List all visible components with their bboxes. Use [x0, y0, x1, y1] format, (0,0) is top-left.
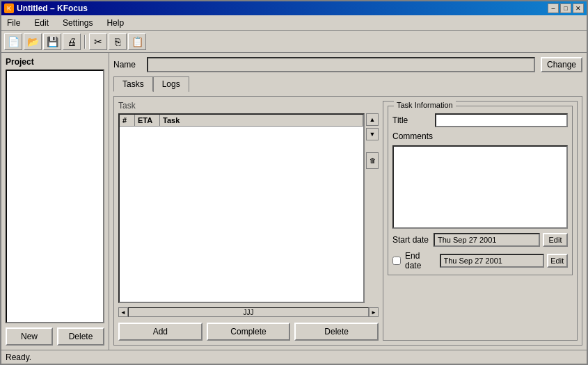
task-info-group: Task Information Title Comments Start da… [388, 106, 573, 275]
task-side-controls: ▲ ▼ 🗑 [366, 113, 379, 303]
window-title: Untitled – KFocus [17, 3, 88, 13]
save-button[interactable]: 💾 [43, 33, 61, 50]
status-text: Ready. [6, 352, 31, 362]
task-table: # ETA Task [118, 113, 365, 303]
menu-bar: File Edit Settings Help [1, 15, 587, 31]
name-label: Name [113, 60, 141, 70]
status-bar: Ready. [1, 350, 587, 364]
project-list[interactable] [6, 70, 104, 323]
print-button[interactable]: 🖨 [63, 33, 81, 50]
sidebar: Project New Delete [1, 53, 109, 350]
hscroll-track[interactable]: JJJ [128, 307, 369, 317]
main-content: Project New Delete Name Change Tasks Log… [1, 53, 587, 350]
scroll-down-button[interactable]: ▼ [366, 128, 379, 140]
maximize-button[interactable]: □ [560, 3, 571, 13]
col-eta: ETA [135, 115, 160, 126]
tab-content: Task # ETA Task ▲ [113, 96, 582, 346]
title-buttons: – □ ✕ [548, 3, 584, 13]
start-date-edit-button[interactable]: Edit [543, 233, 568, 247]
menu-file[interactable]: File [4, 17, 23, 29]
end-date-label: End date [405, 251, 437, 270]
name-row: Name Change [113, 57, 582, 72]
tabs-row: Tasks Logs [113, 76, 582, 92]
title-input[interactable] [435, 113, 568, 127]
add-task-button[interactable]: Add [118, 323, 202, 341]
delete-project-button[interactable]: Delete [57, 327, 104, 346]
title-bar: K Untitled – KFocus – □ ✕ [1, 1, 587, 15]
tab-tasks[interactable]: Tasks [113, 76, 153, 92]
title-label: Title [392, 115, 431, 125]
hscroll-left-button[interactable]: ◄ [118, 307, 128, 317]
toolbar-sep [84, 35, 86, 49]
main-window: K Untitled – KFocus – □ ✕ File Edit Sett… [0, 0, 588, 365]
title-row: Title [392, 113, 568, 127]
end-date-checkbox[interactable] [392, 257, 401, 265]
copy-button[interactable]: ⎘ [109, 33, 127, 50]
new-project-button[interactable]: New [6, 327, 53, 346]
end-date-row: End date Edit [392, 251, 568, 270]
sidebar-label: Project [6, 57, 104, 67]
app-icon: K [4, 3, 14, 13]
right-panel: Name Change Tasks Logs Task [109, 53, 587, 350]
change-button[interactable]: Change [541, 57, 582, 72]
hscroll-label: JJJ [244, 309, 254, 316]
menu-help[interactable]: Help [104, 17, 127, 29]
end-date-input[interactable] [440, 254, 544, 268]
delete-task-button[interactable]: Delete [294, 323, 379, 341]
task-info-inner: Title Comments Start date Edit [392, 113, 568, 270]
comments-label: Comments [392, 131, 568, 141]
paste-button[interactable]: 📋 [128, 33, 146, 50]
tab-logs[interactable]: Logs [153, 76, 189, 92]
task-info-section: Task Information Title Comments Start da… [383, 101, 578, 341]
open-button[interactable]: 📂 [24, 33, 42, 50]
task-list-area[interactable] [120, 127, 363, 302]
new-doc-button[interactable]: 📄 [4, 33, 22, 50]
end-date-edit-button[interactable]: Edit [547, 254, 568, 268]
start-date-input[interactable] [434, 233, 540, 247]
complete-task-button[interactable]: Complete [207, 323, 291, 341]
cut-button[interactable]: ✂ [89, 33, 107, 50]
task-hscroll: ◄ JJJ ► [118, 307, 379, 317]
hscroll-right-button[interactable]: ► [369, 307, 379, 317]
task-action-buttons: Add Complete Delete [118, 323, 379, 341]
close-button[interactable]: ✕ [573, 3, 584, 13]
comments-textarea[interactable] [392, 145, 568, 229]
task-section: Task # ETA Task ▲ [118, 101, 379, 341]
start-date-row: Start date Edit [392, 233, 568, 247]
task-info-legend: Task Information [394, 101, 456, 109]
scroll-up-button[interactable]: ▲ [366, 113, 379, 126]
col-task: Task [160, 115, 363, 126]
sidebar-buttons: New Delete [6, 327, 104, 346]
menu-edit[interactable]: Edit [31, 17, 51, 29]
menu-settings[interactable]: Settings [60, 17, 95, 29]
task-section-label: Task [118, 101, 379, 111]
task-table-header: # ETA Task [120, 115, 363, 127]
toolbar: 📄 📂 💾 🖨 ✂ ⎘ 📋 [1, 31, 587, 53]
col-num: # [120, 115, 135, 126]
start-date-label: Start date [392, 235, 431, 245]
title-bar-left: K Untitled – KFocus [4, 3, 88, 13]
name-input[interactable] [147, 57, 535, 72]
delete-row-button[interactable]: 🗑 [366, 152, 379, 169]
minimize-button[interactable]: – [548, 3, 559, 13]
